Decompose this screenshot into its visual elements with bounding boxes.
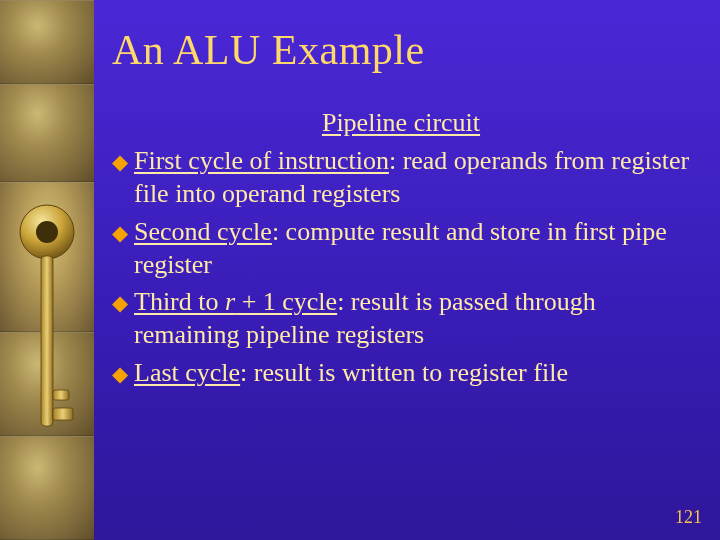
bullet-list: ◆ First cycle of instruction: read opera… [112, 144, 690, 389]
slide: An ALU Example Pipeline circuit ◆ First … [0, 0, 720, 540]
bullet-lead-suffix: + 1 cycle [235, 287, 337, 316]
bullet-lead-italic: r [225, 287, 235, 316]
sidebar-texture [0, 0, 94, 540]
bullet-marker-icon: ◆ [112, 290, 128, 317]
bullet-rest: : result is written to register file [240, 358, 568, 387]
page-number: 121 [675, 507, 702, 528]
bullet-lead: First cycle of instruction [134, 146, 389, 175]
bullet-lead: Second cycle [134, 217, 272, 246]
bullet-marker-icon: ◆ [112, 361, 128, 388]
bullet-item: ◆ Last cycle: result is written to regis… [112, 356, 690, 389]
bullet-item: ◆ Third to r + 1 cycle: result is passed… [112, 285, 690, 352]
svg-point-1 [36, 221, 58, 243]
slide-title: An ALU Example [112, 26, 690, 74]
slide-subtitle: Pipeline circuit [112, 108, 690, 138]
bullet-lead: Last cycle [134, 358, 240, 387]
bullet-lead-prefix: Third to [134, 287, 225, 316]
key-icon [18, 200, 76, 460]
bullet-item: ◆ Second cycle: compute result and store… [112, 215, 690, 282]
stone-block [0, 0, 94, 84]
bullet-marker-icon: ◆ [112, 149, 128, 176]
svg-rect-2 [41, 256, 53, 426]
bullet-marker-icon: ◆ [112, 220, 128, 247]
bullet-lead: Third to r + 1 cycle [134, 287, 337, 316]
svg-rect-3 [53, 390, 69, 400]
content-area: An ALU Example Pipeline circuit ◆ First … [94, 0, 720, 540]
stone-block [0, 84, 94, 182]
bullet-item: ◆ First cycle of instruction: read opera… [112, 144, 690, 211]
svg-rect-4 [53, 408, 73, 420]
